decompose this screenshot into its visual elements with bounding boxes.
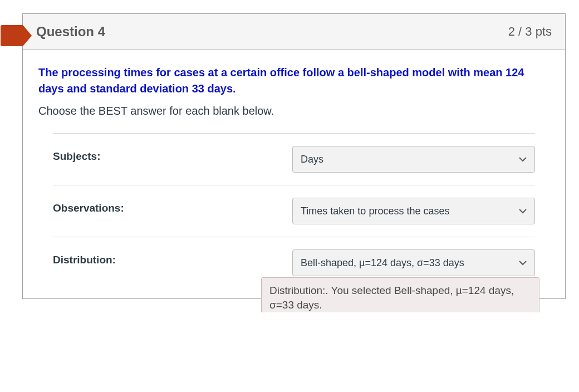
answer-row-distribution: Distribution: Bell-shaped, µ=124 days, σ… bbox=[53, 237, 535, 282]
subjects-label: Subjects: bbox=[53, 146, 292, 163]
chevron-down-icon bbox=[519, 207, 527, 215]
answer-row-subjects: Subjects: Days bbox=[53, 133, 535, 185]
distribution-select-value: Bell-shaped, µ=124 days, σ=33 days bbox=[301, 257, 519, 269]
question-instruction: Choose the BEST answer for each blank be… bbox=[38, 105, 549, 117]
question-points: 2 / 3 pts bbox=[508, 24, 552, 39]
observations-select-value: Times taken to process the cases bbox=[301, 205, 519, 217]
question-header: Question 4 2 / 3 pts bbox=[23, 14, 565, 50]
answer-row-observations: Observations: Times taken to process the… bbox=[53, 185, 535, 237]
chevron-down-icon bbox=[519, 155, 527, 163]
chevron-down-icon bbox=[519, 259, 527, 267]
question-title: Question 4 bbox=[36, 24, 105, 40]
distribution-select[interactable]: Bell-shaped, µ=124 days, σ=33 days bbox=[292, 249, 535, 276]
observations-select[interactable]: Times taken to process the cases bbox=[292, 198, 535, 224]
subjects-select[interactable]: Days bbox=[292, 146, 535, 173]
question-prompt: The processing times for cases at a cert… bbox=[38, 65, 549, 97]
subjects-select-value: Days bbox=[301, 154, 519, 165]
observations-label: Observations: bbox=[53, 198, 292, 214]
question-body: The processing times for cases at a cert… bbox=[23, 50, 565, 298]
selection-tooltip: Distribution:. You selected Bell-shaped,… bbox=[261, 277, 539, 312]
grade-marker bbox=[1, 25, 23, 46]
question-card: Question 4 2 / 3 pts The processing time… bbox=[22, 13, 566, 299]
distribution-label: Distribution: bbox=[53, 249, 292, 266]
